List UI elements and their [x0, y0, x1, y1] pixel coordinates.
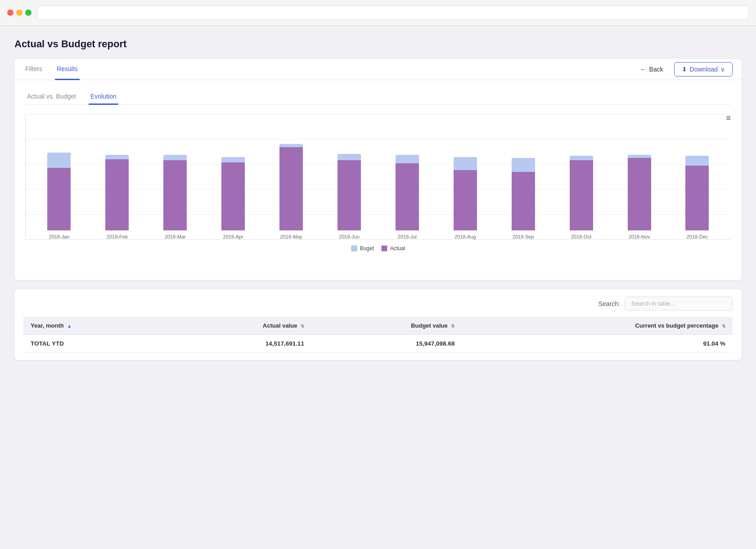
tab-evolution[interactable]: Evolution: [89, 89, 118, 105]
bar-group: 2018-Aug: [447, 157, 483, 239]
bar-actual: [279, 147, 303, 230]
bar-group: 2018-Feb: [99, 155, 135, 239]
back-button[interactable]: ← Back: [634, 62, 670, 76]
bar-stack: [338, 154, 361, 230]
maximize-icon[interactable]: [25, 9, 32, 16]
bar-budget: [396, 155, 419, 163]
bar-actual: [105, 159, 129, 230]
bar-actual: [163, 160, 187, 230]
chart-tabs: Actual vs. Budget Evolution: [25, 89, 731, 105]
actual-label: Actual: [390, 245, 405, 252]
bar-group: 2018-Jan: [41, 153, 77, 239]
budget-swatch: [351, 245, 357, 252]
bar-actual: [454, 170, 477, 230]
bar-label: 2018-Dec: [687, 234, 708, 239]
table-body: TOTAL YTD 14,517,691.11 15,947,098.68 91…: [23, 335, 733, 353]
bar-actual: [628, 158, 651, 230]
table-search-row: Search:: [23, 297, 733, 310]
bar-label: 2018-May: [280, 234, 302, 239]
bar-budget: [221, 157, 245, 162]
sort-up-icon: ▲: [67, 324, 72, 328]
bar-group: 2018-Oct: [563, 156, 599, 239]
search-input[interactable]: [625, 297, 733, 310]
legend-budget: Buget: [351, 245, 374, 252]
bar-label: 2018-Apr: [223, 234, 243, 239]
sort-icon: ⇅: [451, 324, 454, 328]
bar-stack: [279, 144, 303, 230]
col-current-vs-budget[interactable]: Current vs budget percentage ⇅: [462, 317, 733, 335]
bar-actual: [47, 168, 71, 230]
col-budget-value[interactable]: Budget value ⇅: [311, 317, 462, 335]
chevron-down-icon: ∨: [720, 66, 725, 73]
bar-stack: [221, 157, 245, 230]
bar-stack: [396, 155, 419, 230]
bar-group: 2018-Mar: [157, 155, 193, 239]
tab-results[interactable]: Results: [55, 59, 80, 80]
bar-group: 2018-Jun: [331, 154, 367, 239]
chart-area: ≡ 2018-Jan2018-Feb2018-Mar2018-Apr2018-M…: [25, 114, 731, 267]
bar-actual: [221, 162, 245, 230]
top-tabs: Filters Results: [23, 59, 80, 80]
col-year-month[interactable]: Year, month ▲: [23, 317, 167, 335]
bar-stack: [512, 158, 535, 230]
bar-budget: [105, 155, 129, 159]
bar-actual: [570, 160, 593, 230]
close-icon[interactable]: [7, 9, 14, 16]
table-card: Search: Year, month ▲ Actual value ⇅ Bud…: [14, 289, 742, 360]
bar-label: 2018-Aug: [454, 234, 476, 239]
page-title: Actual vs Budget report: [14, 38, 742, 50]
page-wrapper: Actual vs Budget report Filters Results …: [0, 26, 756, 382]
tab-actual-vs-budget[interactable]: Actual vs. Budget: [25, 89, 78, 105]
bar-stack: [454, 157, 477, 230]
sort-icon: ⇅: [301, 324, 304, 328]
bar-label: 2018-Jul: [398, 234, 417, 239]
actual-swatch: [381, 245, 387, 252]
bar-label: 2018-Jun: [339, 234, 360, 239]
bar-actual: [396, 163, 419, 230]
bar-group: 2018-Sep: [505, 158, 541, 239]
bar-stack: [628, 155, 651, 230]
cell-actual-value: 14,517,691.11: [167, 335, 311, 353]
header-row: Year, month ▲ Actual value ⇅ Budget valu…: [23, 317, 733, 335]
bar-budget: [454, 157, 477, 170]
bar-budget: [628, 155, 651, 158]
search-label: Search:: [598, 300, 620, 307]
table-row: TOTAL YTD 14,517,691.11 15,947,098.68 91…: [23, 335, 733, 353]
bars-container: 2018-Jan2018-Feb2018-Mar2018-Apr2018-May…: [25, 114, 731, 240]
bar-label: 2018-Nov: [629, 234, 650, 239]
table-header: Year, month ▲ Actual value ⇅ Budget valu…: [23, 317, 733, 335]
bar-budget: [570, 156, 593, 160]
bar-budget: [163, 155, 187, 160]
bar-stack: [47, 153, 71, 230]
sort-icon: ⇅: [722, 324, 725, 328]
download-button[interactable]: ⬇ Download ∨: [674, 62, 733, 76]
bar-actual: [512, 172, 535, 230]
top-card: Filters Results ← Back ⬇ Download ∨ Actu…: [14, 59, 742, 280]
bar-budget: [279, 144, 303, 147]
data-table: Year, month ▲ Actual value ⇅ Budget valu…: [23, 317, 733, 353]
bar-budget: [338, 154, 361, 160]
grid-line: [26, 139, 731, 140]
bar-label: 2018-Feb: [107, 234, 128, 239]
cell-year-month: TOTAL YTD: [23, 335, 167, 353]
bar-group: 2018-Dec: [679, 156, 715, 239]
tab-filters[interactable]: Filters: [23, 59, 44, 80]
bar-budget: [512, 158, 535, 172]
minimize-icon[interactable]: [16, 9, 22, 16]
address-bar[interactable]: [37, 5, 749, 20]
bar-budget: [685, 156, 709, 166]
tabs-bar: Filters Results ← Back ⬇ Download ∨: [14, 59, 742, 80]
bar-group: 2018-May: [273, 144, 309, 239]
bar-label: 2018-Sep: [513, 234, 534, 239]
bar-group: 2018-Apr: [215, 157, 251, 239]
tabs-actions: ← Back ⬇ Download ∨: [634, 62, 733, 76]
legend-actual: Actual: [381, 245, 405, 252]
col-actual-value[interactable]: Actual value ⇅: [167, 317, 311, 335]
cell-current-vs-budget: 91.04 %: [462, 335, 733, 353]
bar-stack: [163, 155, 187, 230]
bar-label: 2018-Oct: [571, 234, 591, 239]
bar-label: 2018-Mar: [165, 234, 186, 239]
bar-stack: [105, 155, 129, 230]
download-icon: ⬇: [682, 66, 687, 73]
bar-actual: [685, 166, 709, 230]
